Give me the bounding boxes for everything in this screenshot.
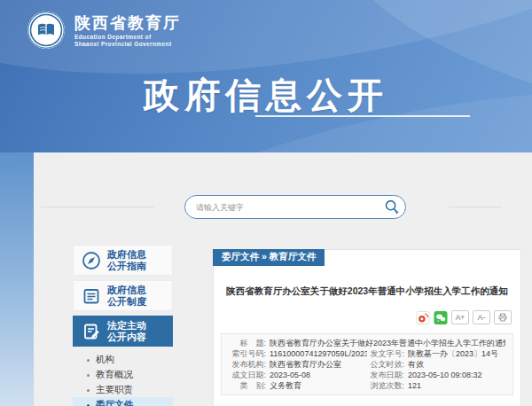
sidebar-item-label: 法定主动 (107, 320, 146, 332)
search-input[interactable] (185, 203, 379, 212)
sidebar-subitem-main-duties[interactable]: 主要职责 (73, 382, 173, 397)
sidebar-item-statutory-disclosure[interactable]: 法定主动 公开内容 (73, 316, 173, 347)
banner: 陕西省教育厅 Education Department of Shaanxi P… (0, 0, 532, 152)
search-button[interactable] (379, 195, 405, 219)
meta-row-dates: 成文日期: 2023-05-08 发布日期: 2023-05-10 09:08:… (229, 370, 505, 380)
meta-value: 有效 (408, 359, 424, 370)
meta-label: 标 题: (229, 338, 266, 348)
clipboard-icon (81, 321, 102, 342)
search-icon (383, 199, 401, 216)
meta-row-category: 类 别: 义务教育 浏览次数: 121 (229, 380, 505, 391)
meta-label: 索引号码: (229, 348, 266, 359)
sidebar-subitem-organization[interactable]: 机构 (73, 352, 173, 367)
document-meta-table: 标 题: 陕西省教育厅办公室关于做好2023年普通中小学招生入学工作的通知 索引… (221, 333, 513, 395)
meta-value: 11610000741297059L/2023-087 (270, 348, 367, 359)
divider-line (41, 207, 154, 207)
sidebar-item-label: 公开指南 (107, 261, 146, 272)
font-decrease-button[interactable]: A- (473, 310, 490, 324)
toolbar: A+ A- (214, 310, 520, 324)
breadcrumb[interactable]: 委厅文件 » 教育厅文件 (213, 249, 325, 266)
font-increase-button[interactable]: A+ (451, 310, 469, 324)
sidebar-item-label: 政府信息 (107, 249, 146, 261)
print-button[interactable] (494, 310, 512, 324)
meta-value: 2023-05-10 09:08:32 (408, 370, 482, 380)
site-logo[interactable]: 陕西省教育厅 Education Department of Shaanxi P… (27, 11, 181, 50)
meta-label: 发布机构: (229, 359, 266, 370)
site-title-block: 陕西省教育厅 Education Department of Shaanxi P… (74, 12, 181, 48)
seal-logo-icon (27, 11, 66, 50)
meta-value: 义务教育 (270, 380, 301, 391)
sidebar-subitem-department-documents[interactable]: 委厅文件 (73, 397, 173, 406)
article-card: 委厅文件 » 教育厅文件 陕西省教育厅办公室关于做好2023年普通中小学招生入学… (213, 249, 521, 406)
compass-icon (81, 250, 102, 271)
site-name: 陕西省教育厅 (74, 12, 181, 34)
sidebar-item-label: 公开制度 (107, 296, 146, 308)
page-title: 政府信息公开 (0, 71, 532, 120)
meta-label: 浏览次数: (367, 380, 404, 391)
meta-value: 陕西省教育厅办公室关于做好2023年普通中小学招生入学工作的通知 (270, 338, 505, 348)
title-underline (255, 115, 470, 117)
site-name-en-line1: Education Department of (74, 34, 181, 41)
meta-value: 121 (408, 380, 421, 391)
page: 陕西省教育厅 Education Department of Shaanxi P… (0, 0, 532, 406)
sidebar-item-label: 公开内容 (107, 332, 146, 343)
meta-row-index: 索引号码: 11610000741297059L/2023-087 发文字号: … (229, 348, 505, 359)
wechat-share-icon[interactable] (434, 311, 448, 324)
meta-label: 发布日期: (367, 370, 404, 380)
meta-row-agency: 发布机构: 陕西省教育厅办公室 公文时效: 有效 (229, 359, 505, 370)
sidebar: 政府信息 公开指南 政府信息 公开制度 (73, 245, 173, 406)
meta-value: 陕教基一办〔2023〕14号 (408, 348, 498, 359)
document-icon (81, 285, 102, 307)
sidebar-subnav: 机构 教育概况 主要职责 委厅文件 (73, 352, 173, 406)
sidebar-item-disclosure-guide[interactable]: 政府信息 公开指南 (73, 245, 173, 276)
sidebar-subitem-education-overview[interactable]: 教育概况 (73, 367, 173, 382)
meta-label: 发文字号: (367, 348, 404, 359)
meta-value: 2023-05-08 (270, 370, 310, 380)
meta-value: 陕西省教育厅办公室 (270, 359, 341, 370)
print-icon (497, 312, 508, 323)
document-title: 陕西省教育厅办公室关于做好2023年普通中小学招生入学工作的通知 (214, 285, 520, 298)
weibo-share-icon[interactable] (416, 311, 430, 324)
meta-row-title: 标 题: 陕西省教育厅办公室关于做好2023年普通中小学招生入学工作的通知 (229, 338, 505, 348)
divider-line (449, 207, 502, 207)
meta-label: 公文时效: (367, 359, 404, 370)
sidebar-item-disclosure-system[interactable]: 政府信息 公开制度 (73, 280, 173, 311)
sidebar-item-label: 政府信息 (107, 285, 146, 296)
meta-label: 成文日期: (229, 370, 266, 380)
site-name-en-line2: Shaanxi Provincial Government (74, 41, 181, 48)
content-panel: 政府信息 公开指南 政府信息 公开制度 (34, 152, 532, 406)
search-box (184, 195, 406, 219)
meta-label: 类 别: (229, 380, 266, 391)
